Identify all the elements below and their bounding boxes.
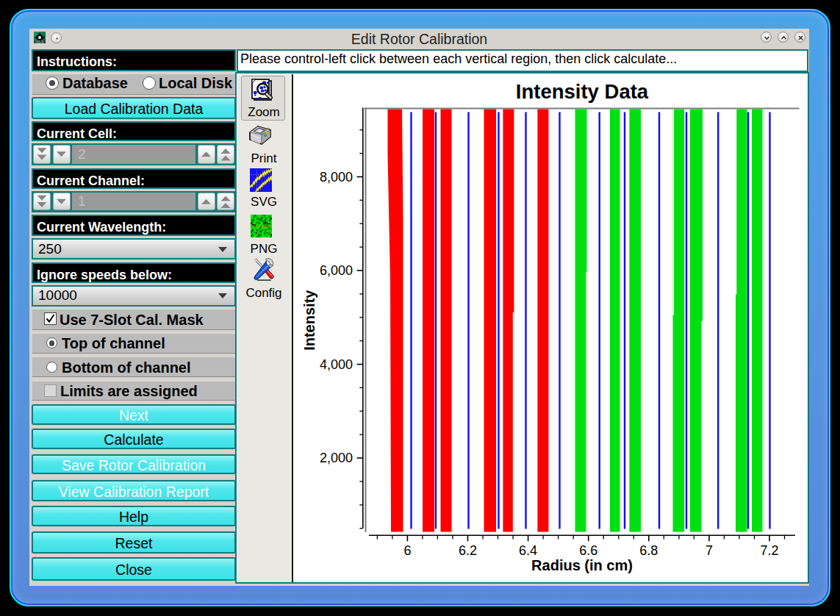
svg-text:6.2: 6.2 bbox=[459, 543, 477, 558]
svg-text:2,000: 2,000 bbox=[320, 451, 353, 465]
svg-text:6.6: 6.6 bbox=[579, 543, 597, 558]
svg-text:6: 6 bbox=[403, 543, 411, 558]
svg-text:Intensity: Intensity bbox=[302, 290, 318, 351]
svg-text:8,000: 8,000 bbox=[320, 170, 353, 185]
svg-text:4,000: 4,000 bbox=[320, 357, 353, 372]
svg-text:6,000: 6,000 bbox=[320, 263, 353, 278]
svg-text:6.8: 6.8 bbox=[639, 543, 658, 558]
svg-text:7: 7 bbox=[706, 543, 713, 558]
svg-text:Intensity Data: Intensity Data bbox=[516, 80, 649, 103]
svg-text:6.4: 6.4 bbox=[519, 543, 537, 558]
svg-text:US-3: US-3 bbox=[36, 40, 44, 44]
svg-text:7.2: 7.2 bbox=[760, 543, 778, 558]
svg-text:Radius (in cm): Radius (in cm) bbox=[531, 557, 633, 573]
